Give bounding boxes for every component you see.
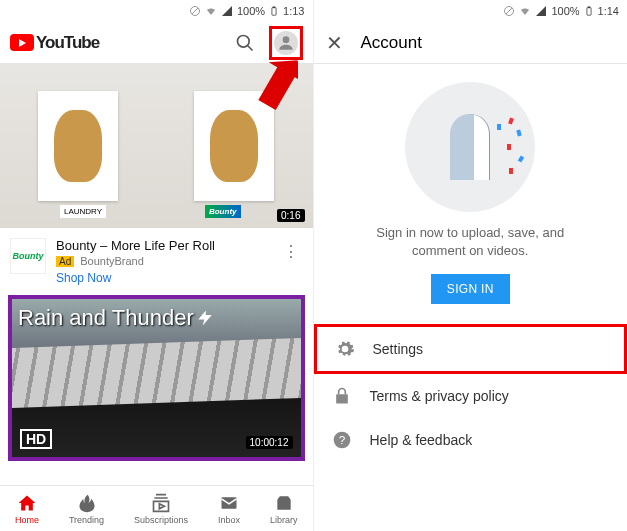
hero-text: Sign in now to upload, save, and comment… [376,224,564,260]
menu-label: Help & feedback [370,432,473,448]
video-meta-1: Bounty Bounty – More Life Per Roll Ad Bo… [0,228,313,295]
hd-badge: HD [20,429,52,449]
menu-label: Settings [373,341,424,357]
nav-home[interactable]: Home [15,493,39,525]
svg-line-1 [192,8,198,14]
battery-icon [269,4,279,18]
no-sim-icon [503,5,515,17]
nav-subscriptions[interactable]: Subscriptions [134,493,188,525]
svg-line-5 [247,45,252,50]
menu-label: Terms & privacy policy [370,388,509,404]
svg-text:?: ? [338,434,345,447]
no-sim-icon [189,5,201,17]
account-title: Account [361,33,422,53]
wifi-icon [205,5,217,17]
svg-rect-13 [588,7,590,8]
video-thumbnail-2[interactable]: Rain and Thunder HD 10:00:12 [8,295,305,461]
wifi-icon [519,5,531,17]
svg-marker-8 [198,311,212,326]
svg-rect-12 [586,8,590,16]
svg-point-4 [237,35,249,47]
help-icon: ? [332,430,352,450]
svg-rect-3 [273,7,275,8]
more-options-icon[interactable]: ⋮ [279,238,303,285]
channel-name: BountyBrand [80,255,144,267]
youtube-home-screen: 100% 1:13 YouTube LAUNDRY Bounty 0:16 [0,0,314,531]
brand-label-1: LAUNDRY [60,205,106,218]
svg-point-6 [282,36,289,43]
account-header: ✕ Account [314,22,628,64]
video2-duration: 10:00:12 [246,436,293,449]
door-icon [450,114,490,180]
lock-icon [332,386,352,406]
hero-illustration [405,82,535,212]
youtube-wordmark: YouTube [36,33,99,53]
clock-text: 1:13 [283,5,304,17]
video2-overlay-title: Rain and Thunder [18,305,214,331]
bottom-nav: Home Trending Subscriptions Inbox Librar… [0,485,313,531]
advertiser-icon: Bounty [10,238,46,274]
account-panel-screen: 100% 1:14 ✕ Account Sign in now to uploa… [314,0,628,531]
status-bar: 100% 1:13 [0,0,313,22]
svg-marker-7 [250,54,298,115]
video-duration: 0:16 [277,209,304,222]
menu-help[interactable]: ? Help & feedback [314,418,628,462]
close-icon[interactable]: ✕ [326,31,343,55]
nav-library[interactable]: Library [270,493,298,525]
nav-inbox[interactable]: Inbox [218,493,240,525]
brand-label-2: Bounty [205,205,241,218]
video-title[interactable]: Bounty – More Life Per Roll [56,238,269,253]
youtube-play-icon [10,34,34,51]
svg-line-11 [506,8,512,14]
shop-now-link[interactable]: Shop Now [56,271,269,285]
account-menu: Settings Terms & privacy policy ? Help &… [314,324,628,462]
svg-rect-14 [336,395,348,404]
tutorial-arrow [242,54,298,122]
video-feed: LAUNDRY Bounty 0:16 Bounty Bounty – More… [0,64,313,485]
gear-icon [335,339,355,359]
youtube-logo[interactable]: YouTube [10,33,99,53]
battery-icon [584,4,594,18]
account-avatar-button[interactable] [274,31,298,55]
signin-hero: Sign in now to upload, save, and comment… [314,64,628,316]
battery-text: 100% [551,5,579,17]
svg-rect-2 [272,8,276,16]
nav-trending[interactable]: Trending [69,493,104,525]
ad-badge: Ad [56,256,74,267]
clock-text: 1:14 [598,5,619,17]
signal-icon [535,5,547,17]
battery-text: 100% [237,5,265,17]
status-bar-right: 100% 1:14 [314,0,628,22]
signal-icon [221,5,233,17]
sign-in-button[interactable]: SIGN IN [431,274,510,304]
menu-settings[interactable]: Settings [314,324,628,374]
menu-terms[interactable]: Terms & privacy policy [314,374,628,418]
